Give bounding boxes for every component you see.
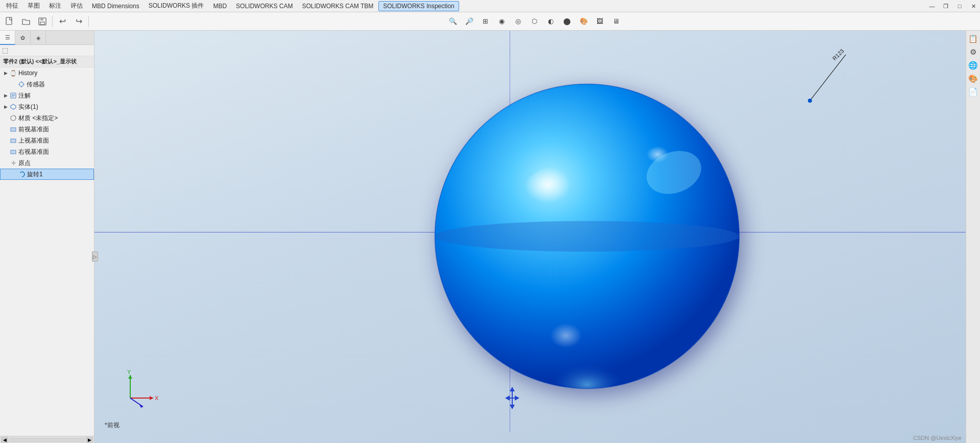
minimize-button[interactable]: —	[925, 1, 939, 11]
view-orient-btn[interactable]: ◉	[494, 14, 510, 29]
filter-icon[interactable]: ⬚	[2, 46, 8, 54]
svg-text:Y: Y	[127, 370, 131, 375]
hscroll-track[interactable]	[9, 438, 85, 442]
tree-item-revolve1[interactable]: ▶ 旋转1	[0, 169, 94, 180]
close-button[interactable]: ✕	[967, 1, 980, 11]
history-icon: ⌚	[9, 69, 17, 77]
right-btn-2[interactable]: ⚙	[967, 46, 979, 58]
dimension-container: R123	[754, 47, 856, 110]
view-render-btn[interactable]: ◐	[543, 14, 559, 29]
toolbar-separator-2	[88, 16, 89, 27]
svg-point-24	[435, 221, 739, 251]
maximize-button[interactable]: □	[953, 1, 966, 11]
restore-button[interactable]: ❐	[939, 1, 952, 11]
right-panel: 📋 ⚙ 🌐 🎨 📄	[966, 31, 980, 443]
redo-button[interactable]: ↪	[71, 14, 86, 29]
view-shade-btn[interactable]: ⬤	[560, 14, 575, 29]
hscroll-left[interactable]: ◀	[1, 437, 8, 443]
svg-rect-2	[40, 18, 43, 20]
tree-label-front-plane: 前视基准面	[18, 125, 49, 134]
material-icon	[9, 114, 17, 122]
menu-mbd[interactable]: MBD	[209, 2, 231, 11]
panel-hscroll: ◀ ▶	[0, 436, 94, 443]
window-controls: — ❐ □ ✕	[925, 1, 980, 11]
new-button[interactable]	[2, 14, 17, 29]
feature-tree-tab[interactable]: ☰	[0, 31, 15, 45]
right-btn-4[interactable]: 🎨	[967, 73, 979, 85]
view-zoom-btn[interactable]: 🔍	[445, 14, 461, 29]
svg-rect-3	[40, 22, 44, 25]
top-plane-icon	[9, 136, 17, 145]
right-btn-3[interactable]: 🌐	[967, 59, 979, 72]
tree-label-material: 材质 <未指定>	[18, 114, 58, 123]
left-expand-handle[interactable]: ▷	[92, 251, 98, 262]
svg-marker-41	[505, 395, 510, 401]
tree-item-solids[interactable]: ▶ 实体(1)	[0, 101, 94, 112]
expander-solids[interactable]: ▶	[2, 103, 9, 110]
svg-marker-33	[128, 375, 132, 379]
tree-label-sensors: 传感器	[27, 80, 45, 89]
svg-text:X: X	[155, 395, 159, 401]
tree-item-top-plane[interactable]: ▶ 上视基准面	[0, 135, 94, 146]
view-scene-btn[interactable]: 🖼	[592, 14, 608, 29]
watermark: CSDN @UestcXiye	[913, 435, 962, 441]
tree-label-top-plane: 上视基准面	[18, 136, 49, 145]
config-tab[interactable]: ◈	[31, 31, 46, 45]
tree-item-notes[interactable]: ▶ 注解	[0, 90, 94, 101]
expander-history[interactable]: ▶	[2, 69, 9, 77]
solids-icon	[9, 103, 17, 111]
sphere-svg	[429, 78, 746, 394]
svg-rect-14	[11, 128, 16, 131]
tree-label-solids: 实体(1)	[18, 103, 38, 111]
view-section-btn[interactable]: ◎	[511, 14, 526, 29]
menu-sw-cam-tbm[interactable]: SOLIDWORKS CAM TBM	[298, 2, 377, 11]
toolbar: ↩ ↪ 🔍 🔎 ⊞ ◉ ◎ ⬡ ◐ ⬤ 🎨 🖼 🖥	[0, 12, 980, 31]
svg-rect-0	[6, 17, 12, 25]
undo-button[interactable]: ↩	[55, 14, 70, 29]
view-monitor-btn[interactable]: 🖥	[609, 14, 624, 29]
tree-label-notes: 注解	[18, 91, 31, 100]
panel-tabs: ☰ ✿ ◈	[0, 31, 94, 45]
right-btn-5[interactable]: 📄	[967, 86, 979, 98]
tree-item-origin[interactable]: ▶ ✛ 原点	[0, 157, 94, 169]
expander-notes[interactable]: ▶	[2, 92, 9, 99]
svg-rect-16	[11, 150, 16, 154]
property-tab[interactable]: ✿	[15, 31, 31, 45]
svg-text:R123: R123	[831, 48, 845, 61]
save-button[interactable]	[35, 14, 50, 29]
tree-item-front-plane[interactable]: ▶ 前视基准面	[0, 124, 94, 135]
open-button[interactable]	[18, 14, 34, 29]
svg-marker-42	[515, 395, 519, 401]
menu-feature[interactable]: 特征	[2, 1, 22, 11]
menu-evaluate[interactable]: 评估	[66, 1, 87, 11]
svg-marker-30	[150, 396, 153, 400]
svg-point-27	[808, 99, 812, 103]
menubar: 特征 草图 标注 评估 MBD Dimensions SOLIDWORKS 插件…	[0, 0, 980, 12]
right-btn-1[interactable]: 📋	[967, 33, 979, 45]
sensors-icon	[17, 80, 26, 88]
tree-item-material[interactable]: ▶ 材质 <未指定>	[0, 112, 94, 124]
svg-point-22	[541, 338, 633, 389]
main-layout: ☰ ✿ ◈ ⬚ 零件2 (默认) <<默认>_显示状 ▶ ⌚ History ▶	[0, 31, 980, 443]
menu-markup[interactable]: 标注	[45, 1, 65, 11]
menu-sw-plugin[interactable]: SOLIDWORKS 插件	[145, 1, 208, 11]
view-display-btn[interactable]: ⬡	[527, 14, 542, 29]
menu-sketch[interactable]: 草图	[23, 1, 44, 11]
revolve1-icon	[18, 170, 26, 178]
svg-marker-39	[510, 405, 515, 409]
tree-label-history: History	[18, 69, 37, 77]
view-color-btn[interactable]: 🎨	[576, 14, 591, 29]
menu-sw-inspection[interactable]: SOLIDWORKS Inspection	[378, 1, 459, 11]
tree-item-history[interactable]: ▶ ⌚ History	[0, 67, 94, 79]
filter-row: ⬚	[0, 45, 94, 56]
menu-sw-cam[interactable]: SOLIDWORKS CAM	[232, 2, 297, 11]
hscroll-right[interactable]: ▶	[86, 437, 93, 443]
tree-item-sensors[interactable]: ▶ 传感器	[0, 79, 94, 90]
tree-item-right-plane[interactable]: ▶ 右视基准面	[0, 146, 94, 157]
view-zoom2-btn[interactable]: 🔎	[462, 14, 477, 29]
view-grid-btn[interactable]: ⊞	[478, 14, 493, 29]
viewport[interactable]: R123 X Y	[94, 31, 966, 443]
view-label: *前视	[105, 421, 119, 430]
svg-line-26	[810, 55, 846, 101]
menu-mbd-dim[interactable]: MBD Dimensions	[88, 2, 144, 11]
